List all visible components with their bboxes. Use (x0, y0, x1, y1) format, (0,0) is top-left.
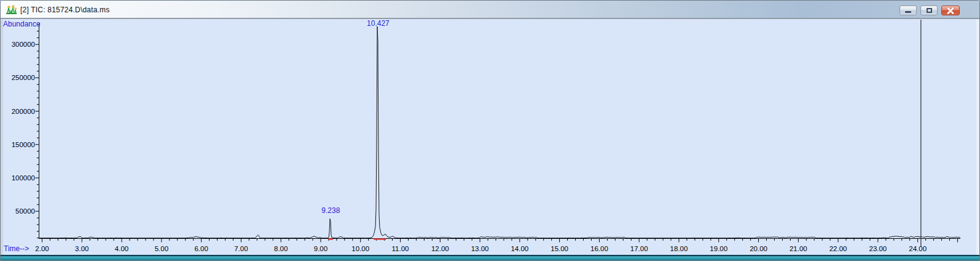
svg-text:7.00: 7.00 (234, 245, 248, 252)
peak-label: 10.427 (367, 19, 390, 28)
svg-text:100000: 100000 (12, 174, 35, 182)
svg-text:10.00: 10.00 (351, 245, 369, 252)
y-axis-ticks: 50000100000150000200000250000300000 (12, 25, 39, 238)
y-axis-label: Abundance (3, 20, 41, 28)
svg-text:8.00: 8.00 (274, 245, 288, 252)
x-axis-label: Time--> (4, 244, 29, 253)
svg-text:9.00: 9.00 (314, 245, 327, 252)
svg-text:24.00: 24.00 (909, 245, 927, 252)
svg-text:50000: 50000 (15, 207, 35, 215)
svg-text:20.00: 20.00 (750, 245, 767, 252)
svg-text:17.00: 17.00 (630, 245, 648, 252)
svg-text:3.00: 3.00 (75, 245, 88, 252)
x-axis-ticks: 2.003.004.005.006.007.008.009.0010.0011.… (35, 239, 957, 253)
window-bottom-frame (1, 255, 979, 260)
svg-text:200000: 200000 (12, 108, 35, 115)
axes (39, 23, 961, 239)
svg-text:18.00: 18.00 (670, 245, 688, 252)
tic-trace (39, 26, 960, 238)
chemstation-chromatogram-window: [2] TIC: 815724.D\data.ms 50000100000150… (0, 0, 980, 261)
svg-text:4.00: 4.00 (115, 245, 128, 252)
svg-text:6.00: 6.00 (194, 245, 208, 252)
svg-text:19.00: 19.00 (710, 245, 727, 252)
svg-text:15.00: 15.00 (551, 245, 568, 252)
svg-text:11.00: 11.00 (392, 245, 409, 252)
svg-text:16.00: 16.00 (590, 245, 608, 252)
chromatogram-plot-area[interactable]: 500001000001500002000002500003000002.003… (1, 20, 979, 255)
svg-text:14.00: 14.00 (511, 245, 528, 252)
svg-text:2.00: 2.00 (35, 245, 49, 252)
svg-text:21.00: 21.00 (790, 245, 807, 252)
svg-text:300000: 300000 (12, 41, 35, 48)
svg-text:250000: 250000 (12, 74, 35, 81)
svg-text:12.00: 12.00 (431, 245, 449, 252)
svg-text:150000: 150000 (12, 141, 35, 148)
peak-label: 9.238 (321, 206, 340, 215)
svg-text:5.00: 5.00 (155, 245, 168, 252)
tic-chromatogram-chart[interactable]: 500001000001500002000002500003000002.003… (1, 1, 980, 261)
svg-text:22.00: 22.00 (829, 245, 847, 252)
svg-text:23.00: 23.00 (869, 245, 887, 252)
svg-text:13.00: 13.00 (471, 245, 489, 252)
